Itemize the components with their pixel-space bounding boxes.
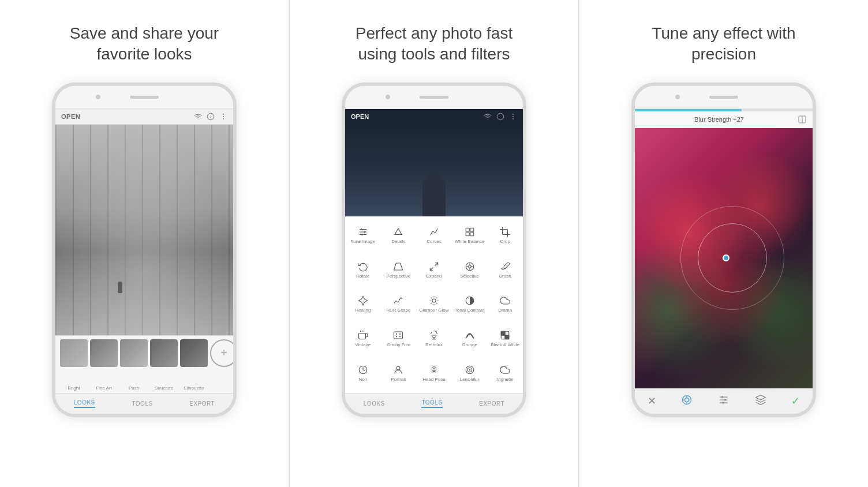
building-top (422, 170, 446, 182)
phone-1: OPEN (52, 83, 237, 417)
nav-tools[interactable]: TOOLS (132, 400, 152, 407)
phone-3-camera (675, 95, 680, 99)
tool-white-balance[interactable]: White Balance (452, 219, 488, 253)
phone-3-image (635, 128, 813, 388)
tool-vintage[interactable]: Vintage (345, 322, 381, 357)
phone-2-speaker (420, 96, 448, 99)
vignette-icon (500, 365, 510, 375)
confirm-button[interactable]: ✓ (791, 395, 800, 407)
phone-2-camera (386, 95, 390, 99)
svg-point-8 (512, 116, 513, 117)
svg-point-9 (512, 118, 513, 119)
look-add-button[interactable]: + (210, 339, 233, 367)
building-silhouette (422, 182, 446, 216)
tool-hdr-scape[interactable]: HDR Scape (381, 287, 417, 322)
tool-glamour-glow[interactable]: Glamour Glow (416, 287, 452, 322)
rotate-icon (358, 261, 368, 272)
phone-2-top (345, 86, 523, 109)
panel-looks: Save and share your favorite looks OPEN (0, 0, 289, 487)
svg-rect-34 (394, 332, 403, 339)
tool-label-curves: Curves (426, 239, 441, 245)
panel-2-title: Perfect any photo fast using tools and f… (356, 23, 512, 65)
more-icon[interactable] (219, 113, 227, 121)
more-icon-2[interactable] (509, 113, 517, 121)
nav-tools-2[interactable]: TOOLS (421, 399, 442, 408)
phone-1-screen: OPEN (55, 109, 233, 414)
info-icon[interactable] (207, 113, 215, 121)
tool-label-grainy-film: Grainy Film (387, 342, 410, 348)
wifi-icon-2 (484, 113, 492, 121)
tool-tune-image[interactable]: Tune Image (345, 219, 381, 253)
tool-head-pose[interactable]: Head Pose (416, 356, 452, 391)
svg-rect-42 (501, 331, 505, 335)
svg-point-29 (432, 299, 436, 302)
tool-grainy-film[interactable]: Grainy Film (381, 322, 417, 357)
tool-healing[interactable]: Healing (345, 287, 381, 322)
svg-point-50 (467, 368, 472, 372)
bw-icon (500, 330, 510, 340)
phone-2-navbar: LOOKS TOOLS EXPORT (345, 393, 523, 414)
close-button[interactable]: ✕ (648, 395, 656, 407)
look-label-bright: Bright (60, 385, 88, 391)
phone-3: Blur Strength +27 (631, 83, 816, 417)
svg-point-6 (497, 113, 504, 120)
tool-portrait[interactable]: Portrait (381, 356, 417, 391)
tool-curves[interactable]: Curves (416, 219, 452, 253)
expand-icon (429, 261, 439, 272)
svg-point-51 (469, 369, 470, 370)
grunge-icon (465, 330, 475, 340)
look-thumb-push[interactable] (120, 339, 148, 367)
tool-lens-blur[interactable]: Lens Blur (452, 356, 488, 391)
tool-grunge[interactable]: Grunge (452, 322, 488, 357)
svg-rect-18 (470, 228, 473, 232)
tool-noir[interactable]: Noir (345, 356, 381, 391)
svg-point-55 (685, 398, 689, 402)
phone-3-top (635, 86, 813, 109)
tool-label-healing: Healing (355, 308, 371, 313)
sliders-button[interactable] (718, 394, 729, 409)
tool-label-vintage: Vintage (355, 342, 371, 348)
phone-3-title-bar: Blur Strength +27 (635, 111, 813, 128)
look-thumb-silhouette[interactable] (180, 339, 208, 367)
target-button[interactable] (681, 394, 693, 409)
tool-label-tonal-contrast: Tonal Contrast (455, 308, 485, 313)
tool-label-brush: Brush (499, 274, 511, 279)
tool-label-tune-image: Tune Image (351, 239, 375, 245)
tool-retrolux[interactable]: Retrolux (416, 322, 452, 357)
tool-vignette[interactable]: Vignette (487, 356, 523, 391)
svg-point-13 (360, 228, 362, 230)
tool-label-lens-blur: Lens Blur (460, 377, 480, 383)
svg-point-35 (396, 334, 397, 335)
nav-looks-2[interactable]: LOOKS (364, 400, 385, 407)
tool-rotate[interactable]: Rotate (345, 253, 381, 287)
tool-tonal-contrast[interactable]: Tonal Contrast (452, 287, 488, 322)
tool-label-drama: Drama (498, 308, 512, 313)
phone-1-navbar: LOOKS TOOLS EXPORT (55, 393, 233, 414)
svg-point-3 (223, 114, 223, 114)
white-balance-icon (465, 227, 475, 237)
look-thumb-structure[interactable] (150, 339, 178, 367)
tool-label-vignette: Vignette (497, 377, 514, 383)
look-thumb-fineart[interactable] (90, 339, 118, 367)
tool-selective[interactable]: Selective (452, 253, 488, 287)
layers-button[interactable] (755, 394, 766, 409)
nav-export-2[interactable]: EXPORT (479, 400, 504, 407)
tool-drama[interactable]: Drama (487, 287, 523, 322)
noir-icon (358, 365, 368, 375)
tool-label-details: Details (391, 239, 405, 245)
info-icon-2[interactable] (496, 113, 504, 121)
look-thumb-bright[interactable] (60, 339, 88, 367)
compare-icon[interactable] (798, 115, 807, 124)
tool-details[interactable]: Details (381, 219, 417, 253)
panels-container: Save and share your favorite looks OPEN (0, 0, 868, 487)
svg-line-21 (435, 263, 437, 265)
tool-crop[interactable]: Crop (487, 219, 523, 253)
tool-bw[interactable]: Black & White (487, 322, 523, 357)
nav-export[interactable]: EXPORT (189, 400, 215, 407)
tool-perspective[interactable]: Perspective (381, 253, 417, 287)
tool-brush[interactable]: Brush (487, 253, 523, 287)
target-icon (681, 394, 693, 406)
phone-1-topbar-icons (194, 113, 227, 121)
tool-expand[interactable]: Expand (416, 253, 452, 287)
nav-looks[interactable]: LOOKS (74, 399, 95, 408)
